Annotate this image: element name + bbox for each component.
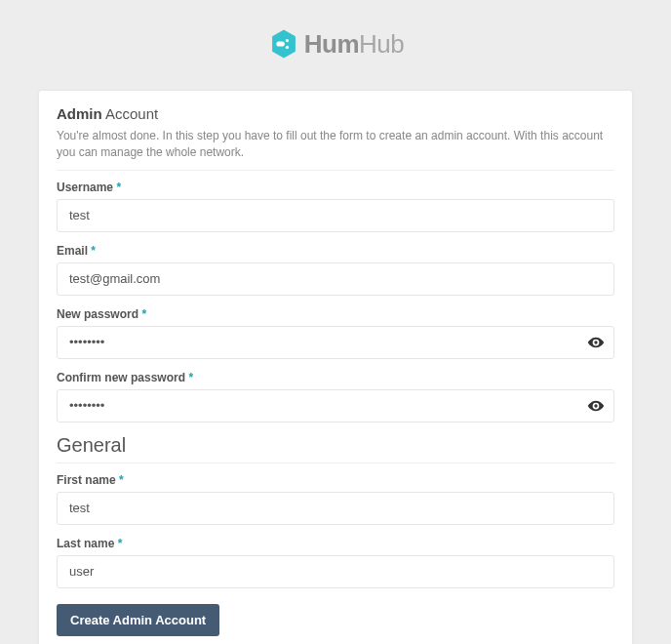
- eye-icon[interactable]: [587, 334, 605, 351]
- panel-title: Admin Account: [57, 105, 614, 122]
- username-input[interactable]: [57, 199, 614, 232]
- last-name-group: Last name *: [57, 537, 614, 588]
- page: HumHub Admin Account You're almost done.…: [0, 0, 671, 644]
- email-group: Email *: [57, 244, 614, 296]
- logo-text: HumHub: [304, 29, 404, 60]
- password-input[interactable]: [57, 326, 614, 359]
- panel-description: You're almost done. In this step you hav…: [57, 128, 614, 162]
- email-label: Email *: [57, 244, 614, 258]
- confirm-password-input[interactable]: [57, 389, 614, 423]
- eye-icon[interactable]: [587, 397, 605, 415]
- first-name-label: First name *: [57, 473, 614, 487]
- username-label: Username *: [57, 181, 614, 194]
- last-name-label: Last name *: [57, 537, 614, 550]
- humhub-logo: HumHub: [267, 27, 404, 60]
- password-label: New password *: [57, 307, 614, 321]
- username-group: Username *: [57, 181, 614, 232]
- divider: [57, 170, 614, 171]
- email-input[interactable]: [57, 262, 614, 296]
- first-name-group: First name *: [57, 473, 614, 525]
- first-name-input[interactable]: [57, 492, 614, 525]
- confirm-password-group: Confirm new password *: [57, 371, 614, 423]
- admin-account-panel: Admin Account You're almost done. In thi…: [39, 91, 632, 644]
- create-admin-account-button[interactable]: Create Admin Account: [57, 604, 219, 636]
- svg-rect-0: [276, 41, 285, 46]
- logo-icon: [267, 27, 300, 60]
- logo-area: HumHub: [0, 0, 671, 91]
- svg-point-2: [285, 46, 288, 49]
- divider: [57, 463, 614, 463]
- last-name-input[interactable]: [57, 555, 614, 588]
- svg-point-1: [285, 39, 288, 42]
- svg-point-4: [594, 404, 597, 407]
- svg-point-3: [594, 341, 597, 343]
- password-group: New password *: [57, 307, 614, 359]
- confirm-password-label: Confirm new password *: [57, 371, 614, 384]
- general-heading: General: [57, 434, 614, 457]
